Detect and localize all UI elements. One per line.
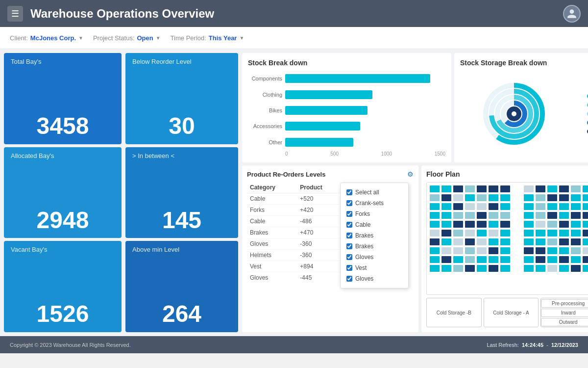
copyright-text: Copyright © 2023 Warehouse All Rights Re… [10, 342, 131, 348]
dropdown-label: Cable [355, 221, 370, 228]
dropdown-label: Crank-sets [355, 200, 384, 207]
dropdown-label: Brakes [355, 232, 373, 239]
rack-cell [465, 221, 475, 228]
cold-storage-a-zone: Cold Storage - A [484, 298, 539, 327]
dropdown-item[interactable]: Brakes [346, 241, 402, 252]
dropdown-item[interactable]: Crank-sets [346, 198, 402, 209]
floor-main-area: Cold Storage -B Cold Storage - A Pre-pro… [426, 182, 588, 327]
cell-category: Gloves [247, 238, 297, 250]
dropdown-item[interactable]: Cable [346, 219, 402, 230]
rack-cell [547, 238, 557, 245]
rack-cell [536, 194, 545, 201]
rack-column [512, 185, 522, 291]
kpi-above-min-title: Above min Level [132, 246, 231, 253]
rack-cell [489, 203, 498, 210]
rack-cell [489, 230, 498, 237]
rack-cell [583, 203, 588, 210]
rack-cell [500, 221, 510, 228]
dropdown-item[interactable]: Gloves [346, 252, 402, 263]
rack-cell [583, 194, 588, 201]
rack-cell [430, 203, 440, 210]
svg-point-8 [509, 109, 519, 119]
rack-cell [477, 194, 487, 201]
rack-column [547, 185, 557, 291]
rack-cell [477, 221, 487, 228]
cell-category: Brakes [247, 227, 297, 238]
rack-cell [536, 265, 545, 272]
rack-cell [547, 221, 557, 228]
rack-cell [441, 194, 451, 201]
client-filter[interactable]: Client: McJones Corp. ▼ [10, 34, 83, 42]
dropdown-checkbox[interactable] [346, 276, 352, 282]
rack-cell [453, 265, 463, 272]
main-content: Total Bay's 3458 Allocated Bay's 2948 Va… [0, 49, 588, 336]
dropdown-checkbox[interactable] [346, 233, 352, 238]
rack-cell [571, 265, 581, 272]
rack-cell [465, 194, 475, 201]
refresh-label: Last Refresh: [487, 342, 518, 348]
bar-fill [285, 90, 372, 99]
dropdown-item[interactable]: Forks [346, 209, 402, 219]
bar-row: Other [248, 138, 445, 147]
table-title: Product Re-Orders Levels [247, 171, 325, 178]
dropdown-item[interactable]: Gloves [346, 273, 402, 284]
dropdown-checkbox[interactable] [346, 189, 352, 195]
rack-cell [512, 265, 522, 272]
rack-cell [465, 185, 475, 192]
cell-category: Cable [247, 193, 297, 205]
rack-cell [430, 185, 440, 192]
rack-cell [441, 203, 451, 210]
kpi-allocated-bays-value: 2948 [11, 208, 115, 234]
reorders-table-card: Product Re-Orders Levels ⚙ Category Prod… [242, 165, 418, 332]
charts-panel: Stock Break down ComponentsClothingBikes… [242, 53, 588, 332]
outward-zone: Outward [541, 318, 588, 326]
rack-cell [547, 203, 557, 210]
donut-chart [480, 79, 548, 148]
rack-cell [477, 247, 487, 254]
status-filter[interactable]: Project Status: Open ▼ [93, 34, 161, 42]
rack-cell [500, 185, 510, 192]
cell-category: Cable [247, 216, 297, 227]
rack-cell [536, 203, 545, 210]
rack-cell [536, 247, 545, 254]
rack-cell [441, 212, 451, 219]
cell-product: -360 [297, 238, 342, 250]
floor-plan-content: Cold Storage -B Cold Storage - A Pre-pro… [426, 182, 588, 327]
dropdown-checkbox[interactable] [346, 265, 352, 271]
rack-cell [512, 230, 522, 237]
rack-column [477, 185, 487, 291]
rack-cell [465, 256, 475, 263]
rack-cell [547, 212, 557, 219]
dropdown-checkbox[interactable] [346, 211, 352, 217]
rack-cell [559, 230, 569, 237]
dropdown-checkbox[interactable] [346, 200, 352, 206]
dropdown-checkbox[interactable] [346, 254, 352, 260]
period-label: Time Period: [171, 34, 206, 42]
cell-product: +420 [297, 205, 342, 216]
kpi-below-reorder: Below Reorder Level 30 [125, 53, 238, 144]
cell-product: -486 [297, 216, 342, 227]
rack-cell [441, 238, 451, 245]
floor-plan-title: Floor Plan [426, 170, 588, 178]
rack-cell [500, 238, 510, 245]
floor-bottom-zones: Cold Storage -B Cold Storage - A Pre-pro… [426, 298, 588, 327]
dropdown-checkbox[interactable] [346, 222, 352, 228]
user-avatar[interactable] [563, 5, 581, 23]
dropdown-item[interactable]: Select all [346, 187, 402, 198]
rack-cell [430, 194, 440, 201]
menu-button[interactable]: ☰ [7, 6, 23, 22]
kpi-below-reorder-title: Below Reorder Level [132, 58, 231, 65]
table-filter-icon[interactable]: ⚙ [407, 170, 414, 178]
rack-cell [559, 185, 569, 192]
rack-cell [477, 238, 487, 245]
cell-product: +894 [297, 261, 342, 272]
period-filter[interactable]: Time Period: This Year ▼ [171, 34, 245, 42]
rack-column [559, 185, 569, 291]
donut-container: Components 76%Clothing -74%Bikes -68%Acc… [460, 71, 588, 157]
client-chevron: ▼ [78, 35, 83, 41]
dropdown-item[interactable]: Brakes [346, 230, 402, 241]
rack-cell [583, 212, 588, 219]
bottom-section: Product Re-Orders Levels ⚙ Category Prod… [242, 165, 588, 332]
dropdown-item[interactable]: Vest [346, 263, 402, 273]
dropdown-checkbox[interactable] [346, 243, 352, 249]
